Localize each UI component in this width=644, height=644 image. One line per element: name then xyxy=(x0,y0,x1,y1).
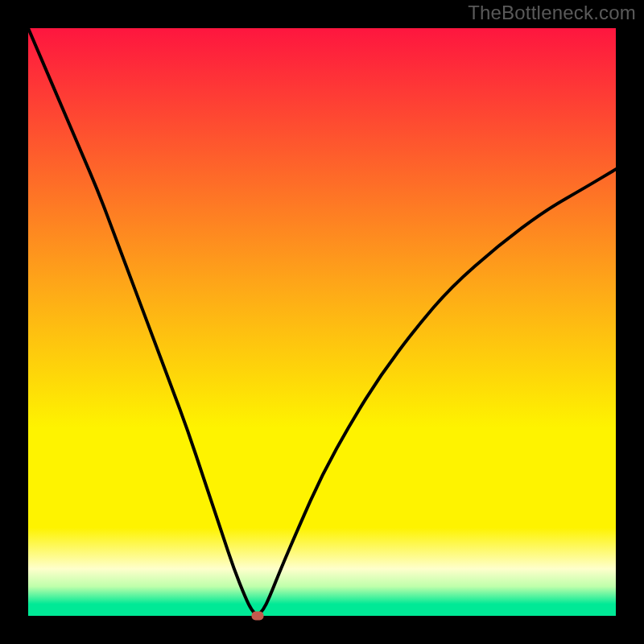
optimal-point-marker xyxy=(251,612,263,621)
plot-area xyxy=(28,28,616,616)
chart-frame: TheBottleneck.com xyxy=(0,0,644,644)
bottleneck-curve xyxy=(28,28,616,616)
watermark-text: TheBottleneck.com xyxy=(468,2,636,24)
